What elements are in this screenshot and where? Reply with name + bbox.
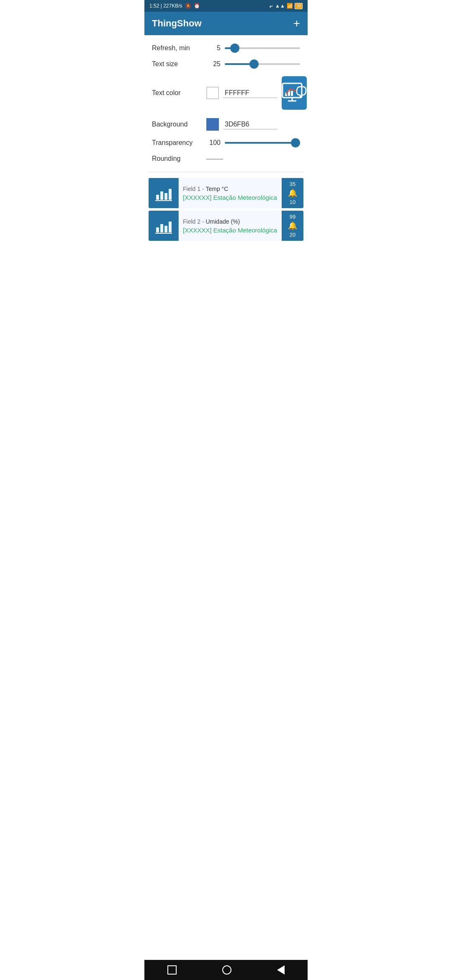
bluetooth-icon: ⬐ <box>269 3 273 9</box>
svg-rect-8 <box>160 191 163 200</box>
add-button[interactable]: + <box>293 18 300 29</box>
text-size-slider[interactable] <box>225 63 300 65</box>
transparency-slider[interactable] <box>225 142 300 144</box>
battery-indicator: 39 <box>295 3 303 9</box>
status-bar: 1:52 | 227KB/s 🔕 ⏰ ⬐ ▲▲ 📶 39 <box>144 0 308 12</box>
settings-panel: Refresh, min 5 Text size 25 Text color F… <box>144 35 308 172</box>
svg-rect-9 <box>164 193 167 200</box>
field-title-1: Temp °C <box>205 186 228 192</box>
svg-rect-13 <box>160 224 163 232</box>
refresh-row: Refresh, min 5 <box>152 40 300 56</box>
app-title: ThingShow <box>152 18 202 29</box>
field-name-row-2: Field 2 - Umidade (%) <box>183 218 277 225</box>
refresh-slider-container <box>225 47 300 49</box>
field-alert-high-2: 99 <box>290 214 295 220</box>
text-color-label: Text color <box>152 89 202 97</box>
svg-rect-14 <box>164 226 167 232</box>
refresh-slider[interactable] <box>225 47 300 49</box>
field-title-2: Umidade (%) <box>205 218 240 225</box>
bell-icon-1: 🔔 <box>288 188 297 198</box>
field-chart-icon-1 <box>149 178 179 208</box>
text-size-row: Text size 25 <box>152 56 300 72</box>
field-name-row-1: Field 1 - Temp °C <box>183 186 277 192</box>
field-content-2: Field 2 - Umidade (%) [XXXXXX] Estação M… <box>179 211 282 241</box>
field-channel-2: [XXXXXX] Estação Meteorológica <box>183 227 277 234</box>
refresh-value: 5 <box>206 44 221 52</box>
rounding-value <box>206 158 223 160</box>
mute-icon: 🔕 <box>185 3 191 9</box>
background-color-swatch[interactable] <box>206 118 219 131</box>
transparency-row: Transparency 100 <box>152 135 300 151</box>
bar-chart-icon-2 <box>154 217 173 235</box>
status-right: ⬐ ▲▲ 📶 39 <box>269 3 303 9</box>
rounding-row: Rounding <box>152 151 300 167</box>
field-alerts-2: 99 🔔 20 <box>282 211 303 241</box>
text-size-value: 25 <box>206 60 221 68</box>
bar-chart-icon-1 <box>154 184 173 202</box>
field-content-1: Field 1 - Temp °C [XXXXXX] Estação Meteo… <box>179 178 282 208</box>
rounding-label: Rounding <box>152 155 202 162</box>
field-alerts-1: 35 🔔 10 <box>282 178 303 208</box>
transparency-value: 100 <box>206 139 221 147</box>
text-color-row: Text color FFFFFF <box>152 72 300 114</box>
field-chart-icon-2 <box>149 211 179 241</box>
field-alert-high-1: 35 <box>290 181 295 187</box>
field-label-2: Field 2 - <box>183 218 205 225</box>
svg-rect-10 <box>169 189 172 200</box>
field-channel-1: [XXXXXX] Estação Meteorológica <box>183 194 277 201</box>
text-color-input[interactable]: FFFFFF <box>223 88 277 98</box>
wifi-icon: 📶 <box>287 3 293 9</box>
preview-icon <box>282 80 307 106</box>
svg-rect-12 <box>156 227 159 232</box>
field-alert-low-2: 20 <box>290 232 295 238</box>
svg-rect-15 <box>169 222 172 232</box>
alarm-icon: ⏰ <box>194 3 200 9</box>
field-item-1[interactable]: Field 1 - Temp °C [XXXXXX] Estação Meteo… <box>149 178 303 208</box>
preview-box <box>282 76 307 110</box>
status-time: 1:52 | 227KB/s <box>149 3 182 9</box>
svg-rect-7 <box>156 195 159 200</box>
transparency-label: Transparency <box>152 139 202 147</box>
field-label-1: Field 1 - <box>183 186 205 192</box>
field-item-2[interactable]: Field 2 - Umidade (%) [XXXXXX] Estação M… <box>149 211 303 241</box>
text-color-swatch[interactable] <box>206 87 219 99</box>
status-left: 1:52 | 227KB/s 🔕 ⏰ <box>149 3 200 9</box>
fields-list: Field 1 - Temp °C [XXXXXX] Estação Meteo… <box>144 172 308 247</box>
bell-icon-2: 🔔 <box>288 221 297 230</box>
background-row: Background 3D6FB6 <box>152 114 300 135</box>
transparency-slider-container <box>225 142 300 144</box>
svg-rect-5 <box>291 91 293 96</box>
refresh-label: Refresh, min <box>152 44 202 52</box>
field-alert-low-1: 10 <box>290 199 295 205</box>
signal-icon: ▲▲ <box>275 3 285 9</box>
background-label: Background <box>152 121 202 128</box>
app-bar: ThingShow + <box>144 12 308 35</box>
text-size-label: Text size <box>152 60 202 68</box>
background-color-input[interactable]: 3D6FB6 <box>223 120 277 129</box>
text-size-slider-container <box>225 63 300 65</box>
